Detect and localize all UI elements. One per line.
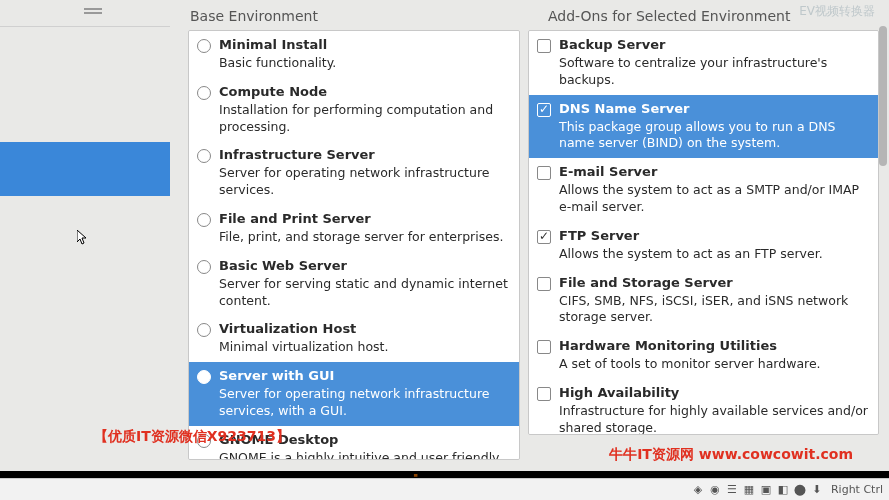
base-env-option[interactable]: Infrastructure ServerServer for operatin… — [189, 141, 519, 205]
option-desc: Basic functionality. — [219, 55, 509, 72]
option-desc: Installation for performing computation … — [219, 102, 509, 136]
vm-net-icon: ▦ — [742, 483, 756, 497]
option-name: File and Print Server — [219, 211, 509, 228]
radio-icon — [197, 323, 211, 337]
addon-option[interactable]: FTP ServerAllows the system to act as an… — [529, 222, 878, 269]
checkbox-icon — [537, 230, 551, 244]
addon-name: File and Storage Server — [559, 275, 868, 292]
watermark-red-right: 牛牛IT资源网 www.cowcowit.com — [609, 446, 853, 464]
addon-name: E-mail Server — [559, 164, 868, 181]
addon-name: Backup Server — [559, 37, 868, 54]
option-desc: Server for operating network infrastruct… — [219, 386, 509, 420]
vm-usb-icon: ☰ — [725, 483, 739, 497]
menu-icon — [84, 8, 102, 12]
vm-shared-icon: ▣ — [759, 483, 773, 497]
hub-sidebar — [0, 0, 170, 471]
vm-mouse-icon: ⬇ — [810, 483, 824, 497]
vm-optical-icon: ◉ — [708, 483, 722, 497]
checkbox-icon — [537, 387, 551, 401]
option-name: Minimal Install — [219, 37, 509, 54]
option-name: Server with GUI — [219, 368, 509, 385]
vm-display-icon: ◧ — [776, 483, 790, 497]
sidebar-selected-item[interactable] — [0, 142, 170, 196]
option-name: Infrastructure Server — [219, 147, 509, 164]
base-env-option[interactable]: Compute NodeInstallation for performing … — [189, 78, 519, 142]
checkbox-icon — [537, 166, 551, 180]
vm-rec-icon: ⬤ — [793, 483, 807, 497]
addon-name: High Availability — [559, 385, 868, 402]
addon-option[interactable]: E-mail ServerAllows the system to act as… — [529, 158, 878, 222]
watermark-red-left: 【优质IT资源微信X923713】 — [94, 428, 290, 446]
base-env-option[interactable]: Minimal InstallBasic functionality. — [189, 31, 519, 78]
addon-option[interactable]: File and Storage ServerCIFS, SMB, NFS, i… — [529, 269, 878, 333]
watermark-top-right: EV视频转换器 — [799, 3, 875, 20]
addon-name: FTP Server — [559, 228, 868, 245]
base-env-option[interactable]: File and Print ServerFile, print, and st… — [189, 205, 519, 252]
mouse-cursor-icon — [77, 230, 89, 249]
addon-desc: A set of tools to monitor server hardwar… — [559, 356, 868, 373]
radio-icon — [197, 86, 211, 100]
radio-icon — [197, 149, 211, 163]
option-name: Compute Node — [219, 84, 509, 101]
option-desc: GNOME is a highly intuitive and user fri… — [219, 450, 509, 460]
addon-option[interactable]: Backup ServerSoftware to centralize your… — [529, 31, 878, 95]
vm-disk-icon: ◈ — [691, 483, 705, 497]
addon-name: DNS Name Server — [559, 101, 868, 118]
checkbox-icon — [537, 340, 551, 354]
option-desc: Server for operating network infrastruct… — [219, 165, 509, 199]
option-name: Virtualization Host — [219, 321, 509, 338]
option-name: Basic Web Server — [219, 258, 509, 275]
radio-icon — [197, 260, 211, 274]
scrollbar-thumb[interactable] — [879, 26, 887, 166]
option-desc: Server for serving static and dynamic in… — [219, 276, 509, 310]
radio-icon — [197, 39, 211, 53]
vm-host-key: Right Ctrl — [831, 483, 883, 496]
addon-name: Hardware Monitoring Utilities — [559, 338, 868, 355]
addons-list[interactable]: Backup ServerSoftware to centralize your… — [528, 30, 879, 435]
option-desc: File, print, and storage server for ente… — [219, 229, 509, 246]
checkbox-icon — [537, 39, 551, 53]
addon-option[interactable]: High AvailabilityInfrastructure for high… — [529, 379, 878, 435]
base-environment-title: Base Environment — [170, 0, 528, 30]
addon-desc: Infrastructure for highly available serv… — [559, 403, 868, 435]
addon-option[interactable]: DNS Name ServerThis package group allows… — [529, 95, 878, 159]
radio-icon — [197, 213, 211, 227]
addon-desc: CIFS, SMB, NFS, iSCSI, iSER, and iSNS ne… — [559, 293, 868, 327]
addon-option[interactable]: Hardware Monitoring UtilitiesA set of to… — [529, 332, 878, 379]
addon-desc: Allows the system to act as an FTP serve… — [559, 246, 868, 263]
addon-desc: Allows the system to act as a SMTP and/o… — [559, 182, 868, 216]
option-desc: Minimal virtualization host. — [219, 339, 509, 356]
addon-desc: Software to centralize your infrastructu… — [559, 55, 868, 89]
base-environment-list[interactable]: Minimal InstallBasic functionality.Compu… — [188, 30, 520, 460]
addon-desc: This package group allows you to run a D… — [559, 119, 868, 153]
base-env-option[interactable]: Basic Web ServerServer for serving stati… — [189, 252, 519, 316]
radio-icon — [197, 370, 211, 384]
base-env-option[interactable]: Virtualization HostMinimal virtualizatio… — [189, 315, 519, 362]
vm-status-bar: ◈ ◉ ☰ ▦ ▣ ◧ ⬤ ⬇ Right Ctrl — [0, 478, 889, 500]
checkbox-icon — [537, 277, 551, 291]
checkbox-icon — [537, 103, 551, 117]
base-env-option[interactable]: Server with GUIServer for operating netw… — [189, 362, 519, 426]
